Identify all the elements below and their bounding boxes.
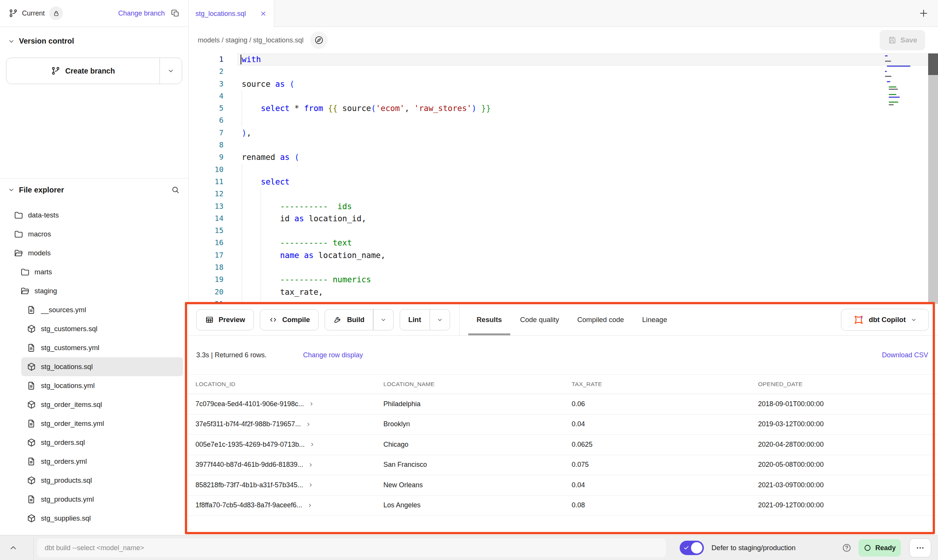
code-line-4[interactable]: 4 <box>189 90 938 102</box>
ready-status-badge[interactable]: Ready <box>858 539 901 557</box>
file-item-stg_supplies.sql[interactable]: stg_supplies.sql <box>0 509 188 528</box>
dbt-copilot-label: dbt Copilot <box>869 316 906 324</box>
location-id-text: 1f8ffa70-7cb5-4d83-8a7f-9aceef6... <box>195 501 302 509</box>
cell-location_name: Philadelphia <box>383 400 572 408</box>
scrollbar-thumb[interactable] <box>928 53 938 75</box>
file-item-label: stg_order_items.yml <box>41 419 104 428</box>
code-line-15[interactable]: 15 <box>189 225 938 237</box>
code-editor[interactable]: 1with23source as (45 select * from {{ so… <box>189 53 938 304</box>
expand-row-icon[interactable] <box>308 482 314 488</box>
open-lineage-button[interactable] <box>310 31 328 49</box>
file-item-models[interactable]: models <box>0 244 188 263</box>
close-icon[interactable] <box>260 10 267 17</box>
editor-scrollbar[interactable] <box>928 53 938 304</box>
file-item-__sources.yml[interactable]: __sources.yml <box>0 300 188 319</box>
location-id-text: 858218fb-73f7-4b1b-a31f-57b345... <box>195 481 303 489</box>
panel-tab-results[interactable]: Results <box>477 304 502 335</box>
file-item-stg_locations.sql[interactable]: stg_locations.sql <box>21 357 183 376</box>
code-line-7[interactable]: 7), <box>189 127 938 139</box>
file-item-data-tests[interactable]: data-tests <box>0 206 188 225</box>
table-row-4[interactable]: 3977f440-b87d-461b-9dd6-81839...San Fran… <box>189 455 938 476</box>
code-line-6[interactable]: 6 <box>189 114 938 127</box>
minimap-line <box>887 81 891 82</box>
search-icon[interactable] <box>171 185 180 194</box>
table-row-3[interactable]: 005e7e1c-1935-4269-b479-0713b...Chicago0… <box>189 435 938 455</box>
expand-row-icon[interactable] <box>309 441 315 447</box>
lint-button[interactable]: Lint <box>400 309 450 330</box>
code-line-10[interactable]: 10 <box>189 164 938 176</box>
create-branch-main[interactable]: Create branch <box>6 58 159 84</box>
version-control-header[interactable]: Version control <box>0 27 188 45</box>
code-line-12[interactable]: 12 <box>189 188 938 200</box>
change-row-display-link[interactable]: Change row display <box>303 351 363 359</box>
file-explorer-header[interactable]: File explorer <box>0 181 188 199</box>
table-row-2[interactable]: 37e5f311-b7f4-4f2f-988b-719657...Brookly… <box>189 415 938 435</box>
build-dropdown[interactable] <box>374 310 393 330</box>
code-line-17[interactable]: 17 name as location_name, <box>189 249 938 261</box>
build-button[interactable]: Build <box>325 309 394 330</box>
file-item-stg_products.sql[interactable]: stg_products.sql <box>0 471 188 490</box>
defer-toggle[interactable] <box>680 541 704 555</box>
create-branch-button[interactable]: Create branch <box>6 58 182 84</box>
ready-label: Ready <box>875 544 896 552</box>
file-item-staging[interactable]: staging <box>0 282 188 300</box>
code-line-13[interactable]: 13 ---------- ids <box>189 200 938 213</box>
file-item-stg_locations.yml[interactable]: stg_locations.yml <box>0 376 188 395</box>
expand-row-icon[interactable] <box>307 502 313 508</box>
expand-row-icon[interactable] <box>305 421 311 427</box>
copy-icon[interactable] <box>171 9 180 18</box>
new-tab-icon[interactable] <box>918 8 929 19</box>
panel-tab-lineage[interactable]: Lineage <box>642 304 667 335</box>
dbt-command-input[interactable]: dbt build --select <model_name> <box>37 538 666 557</box>
cell-tax_rate: 0.0625 <box>572 441 758 449</box>
dbt-copilot-button[interactable]: dbt Copilot <box>841 309 929 331</box>
change-branch-link[interactable]: Change branch <box>118 9 165 17</box>
code-line-8[interactable]: 8 <box>189 139 938 151</box>
file-tree: data-testsmacrosmodelsmartsstaging__sour… <box>0 206 188 528</box>
code-line-18[interactable]: 18 <box>189 261 938 274</box>
line-number: 16 <box>189 237 224 249</box>
panel-tab-compiled-code[interactable]: Compiled code <box>577 304 624 335</box>
cell-location_id: 37e5f311-b7f4-4f2f-988b-719657... <box>195 420 383 428</box>
code-line-5[interactable]: 5 select * from {{ source('ecom', 'raw_s… <box>189 102 938 114</box>
create-branch-dropdown[interactable] <box>160 58 182 84</box>
code-line-1[interactable]: 1with <box>189 53 938 66</box>
table-row-6[interactable]: 1f8ffa70-7cb5-4d83-8a7f-9aceef6...Los An… <box>189 496 938 516</box>
code-line-14[interactable]: 14 id as location_id, <box>189 213 938 225</box>
help-icon[interactable] <box>842 543 852 553</box>
panel-tab-code-quality[interactable]: Code quality <box>520 304 559 335</box>
file-item-stg_products.yml[interactable]: stg_products.yml <box>0 490 188 509</box>
code-line-16[interactable]: 16 ---------- text <box>189 237 938 249</box>
chevron-up-icon[interactable] <box>8 543 18 553</box>
indent-guide <box>242 298 242 304</box>
file-item-stg_order_items.yml[interactable]: stg_order_items.yml <box>0 414 188 433</box>
table-row-5[interactable]: 858218fb-73f7-4b1b-a31f-57b345...New Orl… <box>189 475 938 496</box>
code-line-21[interactable]: 21 <box>189 298 938 304</box>
table-row-1[interactable]: 7c079cea-5ed4-4101-906e-9198c...Philadel… <box>189 394 938 415</box>
file-item-stg_orders.yml[interactable]: stg_orders.yml <box>0 452 188 471</box>
file-item-stg_orders.sql[interactable]: stg_orders.sql <box>0 433 188 452</box>
more-options-button[interactable] <box>909 538 931 557</box>
tab-stg-locations-sql[interactable]: stg_locations.sql <box>189 0 274 27</box>
editor-minimap[interactable] <box>885 55 927 116</box>
lint-dropdown[interactable] <box>430 310 450 330</box>
code-line-11[interactable]: 11 select <box>189 176 938 188</box>
code-line-20[interactable]: 20 tax_rate, <box>189 286 938 298</box>
preview-button[interactable]: Preview <box>196 309 254 330</box>
code-line-9[interactable]: 9renamed as ( <box>189 151 938 163</box>
download-csv-link[interactable]: Download CSV <box>882 351 928 359</box>
expand-row-icon[interactable] <box>308 401 314 407</box>
file-item-macros[interactable]: macros <box>0 225 188 244</box>
code-line-19[interactable]: 19 ---------- numerics <box>189 274 938 286</box>
file-icon <box>27 305 36 315</box>
file-item-marts[interactable]: marts <box>0 263 188 282</box>
save-button[interactable]: Save <box>880 30 925 50</box>
code-line-3[interactable]: 3source as ( <box>189 78 938 90</box>
folder-open-icon <box>14 248 23 258</box>
compile-button[interactable]: Compile <box>260 309 319 330</box>
code-line-2[interactable]: 2 <box>189 66 938 78</box>
file-item-stg_customers.yml[interactable]: stg_customers.yml <box>0 338 188 357</box>
expand-row-icon[interactable] <box>308 462 314 468</box>
file-item-stg_order_items.sql[interactable]: stg_order_items.sql <box>0 395 188 414</box>
file-item-stg_customers.sql[interactable]: stg_customers.sql <box>0 319 188 338</box>
